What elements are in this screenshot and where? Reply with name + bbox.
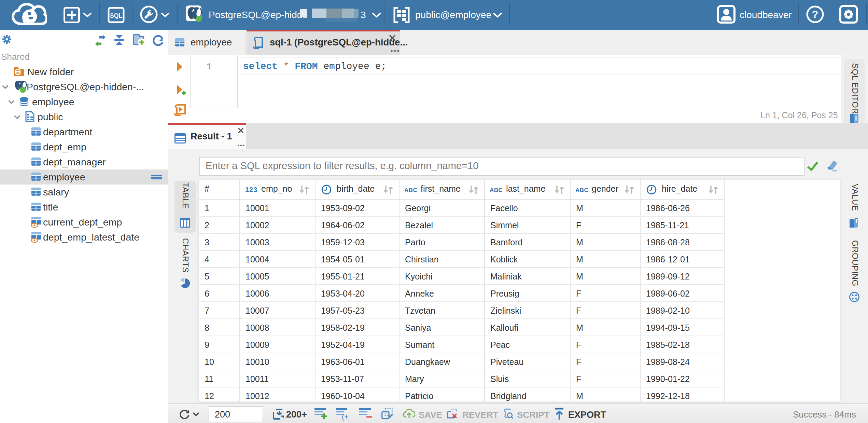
svg-text:(+): (+) bbox=[342, 413, 349, 421]
svg-text:?: ? bbox=[812, 9, 818, 20]
svg-text:SQL: SQL bbox=[110, 12, 122, 19]
